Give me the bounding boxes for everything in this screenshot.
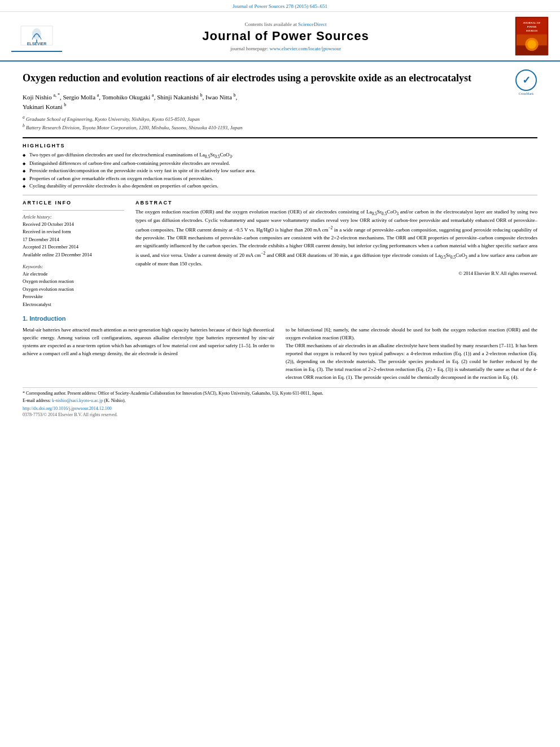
highlight-item: Peroxide reduction/decomposition on the … [23,167,537,175]
elsevier-logo-icon: ELSEVIER [20,25,54,46]
intro-text-right-2: The ORR mechanisms of air electrodes in … [286,342,537,382]
intro-text-right: to be bifunctional [6]; namely, the same… [286,326,537,342]
journal-header: ELSEVIER Contents lists available at Sci… [0,12,560,62]
article-info-abstract: ARTICLE INFO Article history: Received 2… [23,200,537,309]
title-section: Oxygen reduction and evolution reactions… [23,67,537,92]
highlights-header: HIGHLIGHTS [23,143,537,148]
footnote-area: * Corresponding author. Present address:… [23,387,537,417]
keywords-list: Air electrode Oxygen reduction reaction … [23,270,124,309]
available-date: Available online 23 December 2014 [23,251,124,259]
author-3: Tomohiko Okugaki a [102,94,154,101]
accepted-date: Accepted 21 December 2014 [23,243,124,251]
article-info-divider [23,210,124,211]
revised-label: Received in revised form [23,228,124,236]
author-4: Shinji Nakanishi b [157,94,202,101]
abstract-text: The oxygen reduction reaction (ORR) and … [135,208,537,269]
homepage-url[interactable]: www.elsevier.com/locate/jpowsour [270,46,341,51]
page-wrapper: Journal of Power Sources 278 (2015) 645–… [0,0,560,747]
homepage-label: journal homepage: [230,46,268,51]
svg-text:POWER: POWER [527,26,537,29]
email-label: E-mail address: [23,398,52,403]
journal-thumbnail: JOURNAL OF POWER SOURCES [509,16,549,56]
article-info-section-header: ARTICLE INFO [23,200,124,206]
author-5: Iwao Nitta b [205,94,235,101]
highlight-item: Cycling durability of perovskite electro… [23,182,537,190]
citation-bar: Journal of Power Sources 278 (2015) 645–… [0,0,560,12]
highlight-item: Two types of gas-diffusion electrodes ar… [23,151,537,160]
divider-thick [23,137,537,138]
svg-point-11 [527,40,536,49]
svg-text:ELSEVIER: ELSEVIER [27,42,47,46]
corresponding-author-note: * Corresponding author. Present address:… [23,390,537,396]
copyright-text: © 2014 Elsevier B.V. All rights reserved… [135,270,537,276]
contents-label: Contents lists available at [245,21,297,27]
keyword-item: Oxygen evolution reaction [23,286,124,294]
abstract-header: ABSTRACT [135,200,537,206]
intro-text-left: Metal-air batteries have attracted much … [23,326,274,358]
introduction-section: 1. Introduction Metal-air batteries have… [23,315,537,382]
journal-center-info: Contents lists available at ScienceDirec… [62,21,509,51]
received-date: Received 20 October 2014 [23,221,124,229]
highlight-item: Properties of carbon give remarkable eff… [23,175,537,183]
email-footnote: E-mail address: k-nishio@saci.kyoto-u.ac… [23,397,537,404]
author-1: Koji Nishio a, * [23,94,60,101]
highlights-list: Two types of gas-diffusion electrodes ar… [23,151,537,190]
svg-text:SOURCES: SOURCES [526,29,538,32]
sciencedirect-link[interactable]: ScienceDirect [298,21,326,27]
section-number: 1. [23,315,28,322]
intro-col-right: to be bifunctional [6]; namely, the same… [286,326,537,382]
svg-text:JOURNAL OF: JOURNAL OF [523,21,541,24]
article-dates: Received 20 October 2014 Received in rev… [23,221,124,259]
email-attribution: (K. Nishio). [104,398,125,403]
affiliations: a Graduate School of Engineering, Kyoto … [23,115,537,131]
crossmark-icon: ✓ [522,74,531,86]
author-6: Yukinari Kotani b [23,103,66,110]
author-2: Sergio Molla a [63,94,99,101]
crossmark-badge[interactable]: ✓ CrossMark [515,69,537,92]
keyword-item: Air electrode [23,270,124,278]
divider [23,195,537,195]
article-content: Oxygen reduction and evolution reactions… [0,62,560,423]
revised-date: 17 December 2014 [23,236,124,244]
doi-line[interactable]: http://dx.doi.org/10.1016/j.jpowsour.201… [23,406,537,411]
abstract-col: ABSTRACT The oxygen reduction reaction (… [135,200,537,309]
email-link[interactable]: k-nishio@saci.kyoto-u.ac.jp [52,398,103,403]
intro-col-left: Metal-air batteries have attracted much … [23,326,274,382]
article-title: Oxygen reduction and evolution reactions… [23,67,509,85]
article-info-col: ARTICLE INFO Article history: Received 2… [23,200,124,309]
authors-section: Koji Nishio a, *, Sergio Molla a, Tomohi… [23,92,537,111]
intro-columns: Metal-air batteries have attracted much … [23,326,537,382]
journal-title: Journal of Power Sources [62,29,509,43]
citation-text: Journal of Power Sources 278 (2015) 645–… [233,3,327,9]
power-sources-cover: JOURNAL OF POWER SOURCES [515,16,549,56]
keywords-label: Keywords: [23,264,124,269]
history-label: Article history: [23,214,124,220]
highlight-item: Distinguished differences of carbon-free… [23,160,537,168]
issn-line: 0378-7753/© 2014 Elsevier B.V. All right… [23,412,537,417]
keyword-item: Oxygen reduction reaction [23,278,124,286]
keyword-item: Perovskite [23,293,124,301]
intro-section-title: 1. Introduction [23,315,537,322]
keyword-item: Electrocatalyst [23,301,124,309]
section-title: Introduction [29,315,65,322]
crossmark-label: CrossMark [519,92,534,95]
